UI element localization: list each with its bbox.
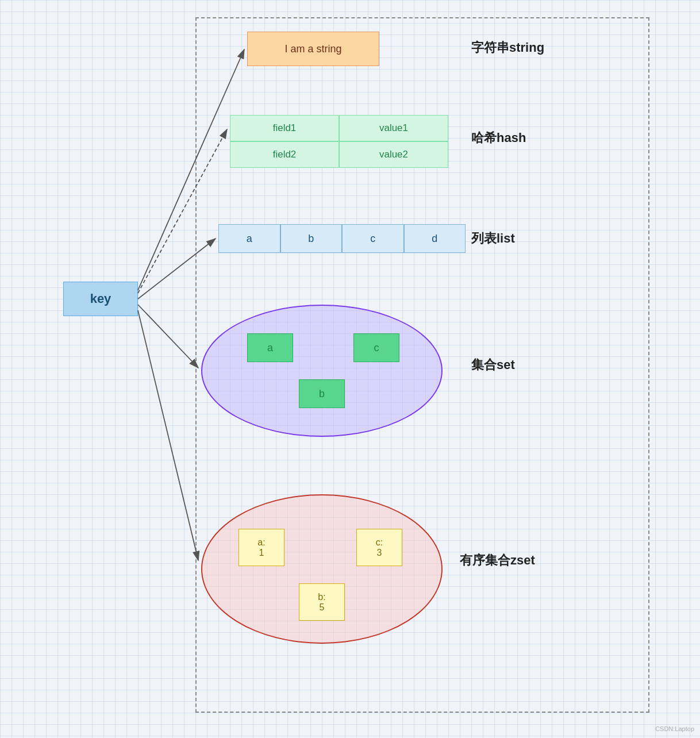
hash-row-1: field1 value1 [230,115,448,141]
hash-field2: field2 [230,141,339,168]
zset-item-a: a:1 [239,529,284,566]
string-box: I am a string [247,32,379,66]
zset-item-c: c:3 [356,529,402,566]
hash-value2: value2 [339,141,448,168]
set-item-c: c [353,333,399,362]
list-cell-a: a [218,224,280,253]
zset-items: a:1 c:3 b:5 [201,494,443,644]
list-cell-d: d [404,224,466,253]
string-value: I am a string [284,43,341,55]
key-label: key [90,291,111,306]
hash-row-2: field2 value2 [230,141,448,168]
hash-label: 哈希hash [471,129,526,147]
hash-field1: field1 [230,115,339,141]
string-label: 字符串string [471,39,544,56]
list-cell-c: c [342,224,404,253]
key-box: key [63,282,138,316]
svg-line-5 [138,305,198,368]
list-cell-b: b [280,224,343,253]
svg-line-6 [138,310,198,560]
set-label: 集合set [471,356,515,374]
hash-value1: value1 [339,115,448,141]
watermark: CSDN:Laptop [655,725,694,732]
list-row: a b c d [218,224,466,253]
set-item-b: b [299,379,345,408]
zset-item-b: b:5 [299,583,345,621]
zset-label: 有序集合zset [460,552,535,569]
list-label: 列表list [471,230,515,247]
hash-table: field1 value1 field2 value2 [230,115,448,168]
set-items: a c b [201,305,443,437]
set-item-a: a [247,333,293,362]
